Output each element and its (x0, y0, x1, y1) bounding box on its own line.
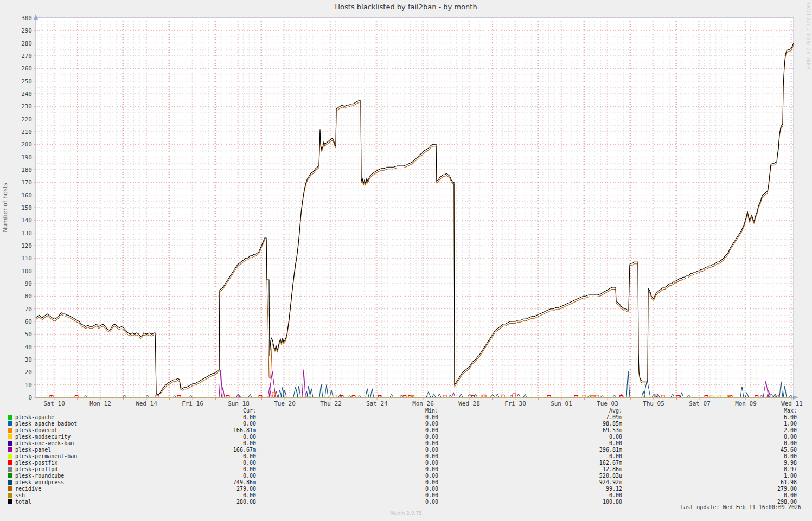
legend-label: ssh (15, 492, 124, 499)
legend-row-plesk-panel: plesk-panel166.67m0.00396.81m45.60 (0, 447, 812, 453)
spacer (0, 473, 8, 479)
y-axis-tick-label: 200 (21, 141, 32, 148)
legend-min-value: 0.00 (256, 486, 438, 492)
legend-label: plesk-apache (15, 414, 124, 421)
legend-swatch-plesk-apache-badbot (8, 421, 12, 426)
legend-row-plesk-modsecurity: plesk-modsecurity0.000.000.000.00 (0, 434, 812, 440)
spacer (0, 466, 8, 473)
legend-row-plesk-dovecot: plesk-dovecot166.81m0.0069.53m2.00 (0, 427, 812, 434)
legend-max-value: 1.00 (622, 421, 797, 427)
x-axis-tick-label: Fri 16 (182, 400, 203, 407)
spacer (0, 447, 8, 453)
legend-swatch-plesk-panel (8, 447, 12, 452)
legend-max-value: 0.00 (622, 440, 797, 447)
legend-max-value: 1.00 (622, 473, 797, 479)
legend-avg-value: 98.85m (438, 421, 622, 427)
legend-swatch-plesk-proftpd (8, 467, 12, 472)
legend-cur-value: 0.00 (124, 414, 256, 421)
x-axis-tick-label: Thu 22 (320, 400, 342, 407)
x-axis-tick-label: Tue 20 (274, 400, 296, 407)
legend-swatch-plesk-roundcube (8, 473, 12, 478)
legend-avg-value: 0.00 (438, 434, 622, 440)
legend-swatch-plesk-postfix (8, 460, 12, 465)
munin-fail2ban-graph-page: Hosts blacklisted by fail2ban - by month… (0, 0, 812, 521)
spacer (0, 440, 8, 447)
legend-cur-value: 0.00 (124, 460, 256, 466)
fail2ban-chart: 0102030405060708090100110120130140150160… (0, 0, 812, 412)
legend-cur-value: 166.67m (124, 447, 256, 453)
legend-row-plesk-permanent-ban: plesk-permanent-ban0.000.000.000.00 (0, 453, 812, 460)
y-axis-tick-label: 110 (21, 255, 32, 262)
x-axis-tick-label: Wed 11 (781, 400, 803, 407)
legend-label: plesk-apache-badbot (15, 421, 124, 427)
x-axis-tick-label: Fri 30 (504, 400, 526, 407)
legend-avg-value: 520.83u (438, 473, 622, 479)
legend-header-max: Max: (622, 408, 797, 414)
legend-max-value: 8.97 (622, 466, 797, 473)
y-axis-tick-label: 10 (25, 382, 32, 389)
legend-avg-value: 12.86m (438, 466, 622, 473)
y-axis-tick-label: 180 (21, 166, 32, 173)
y-axis-tick-label: 290 (21, 27, 32, 34)
legend-max-value: 0.00 (622, 492, 797, 499)
legend-row-plesk-wordpress: plesk-wordpress749.86m0.00924.92m61.98 (0, 479, 812, 486)
legend-max-value: 0.00 (622, 453, 797, 460)
y-axis-tick-label: 40 (25, 344, 32, 351)
y-axis-tick-label: 210 (21, 128, 32, 136)
legend-avg-value: 99.12 (438, 486, 622, 492)
spacer (0, 414, 8, 421)
legend-min-value: 0.00 (256, 414, 438, 421)
x-axis-tick-label: Wed 14 (136, 400, 157, 407)
legend-avg-value: 69.53m (438, 427, 622, 434)
legend-min-value: 0.00 (256, 473, 438, 479)
legend-min-value: 0.00 (256, 460, 438, 466)
chart-legend: Cur:Min:Avg:Max:plesk-apache0.000.007.09… (0, 408, 812, 505)
y-axis-tick-label: 30 (25, 356, 32, 363)
legend-max-value: 6.00 (622, 414, 797, 421)
legend-label: plesk-wordpress (15, 479, 124, 486)
y-axis-tick-label: 140 (21, 217, 32, 224)
legend-cur-value: 0.00 (124, 453, 256, 460)
legend-swatch-total (8, 499, 12, 504)
spacer (0, 434, 8, 440)
y-axis-tick-label: 80 (25, 293, 32, 300)
legend-swatch-ssh (8, 493, 12, 498)
legend-row-plesk-apache: plesk-apache0.000.007.09m6.00 (0, 414, 812, 421)
spacer (8, 408, 15, 414)
legend-cur-value: 0.00 (124, 466, 256, 473)
legend-row-ssh: ssh0.000.000.000.00 (0, 492, 812, 499)
legend-cur-value: 0.00 (124, 421, 256, 427)
spacer (0, 408, 8, 414)
x-axis-tick-label: Thu 05 (643, 400, 664, 407)
legend-cur-value: 279.00 (124, 486, 256, 492)
spacer (0, 453, 8, 460)
x-axis-tick-label: Sat 24 (366, 400, 388, 407)
legend-cur-value: 0.00 (124, 440, 256, 447)
legend-avg-value: 7.09m (438, 414, 622, 421)
y-axis-tick-label: 120 (21, 242, 32, 249)
legend-cur-value: 166.81m (124, 427, 256, 434)
x-axis-tick-label: Tue 03 (597, 400, 618, 407)
legend-avg-value: 396.81m (438, 447, 622, 453)
munin-version-text: Munin 2.0.75 (0, 511, 812, 516)
legend-swatch-plesk-permanent-ban (8, 454, 12, 459)
legend-cur-value: 0.00 (124, 473, 256, 479)
legend-swatch-plesk-apache (8, 415, 12, 420)
legend-header-cur: Cur: (124, 408, 256, 414)
legend-swatch-plesk-one-week-ban (8, 441, 12, 446)
legend-label: plesk-proftpd (15, 466, 124, 473)
legend-avg-value: 162.67m (438, 460, 622, 466)
legend-cur-value: 749.86m (124, 479, 256, 486)
y-axis-tick-label: 260 (21, 65, 32, 72)
legend-label: plesk-modsecurity (15, 434, 124, 440)
legend-min-value: 0.00 (256, 427, 438, 434)
x-axis-tick-label: Sun 01 (551, 400, 572, 407)
y-axis-tick-label: 100 (21, 268, 32, 275)
legend-max-value: 2.00 (622, 427, 797, 434)
legend-swatch-recidive (8, 486, 12, 491)
legend-row-plesk-postfix: plesk-postfix0.000.00162.67m9.98 (0, 460, 812, 466)
legend-swatch-plesk-dovecot (8, 428, 12, 433)
x-axis-tick-label: Mon 09 (735, 400, 757, 407)
spacer (0, 492, 8, 499)
y-axis-tick-label: 70 (25, 306, 32, 313)
